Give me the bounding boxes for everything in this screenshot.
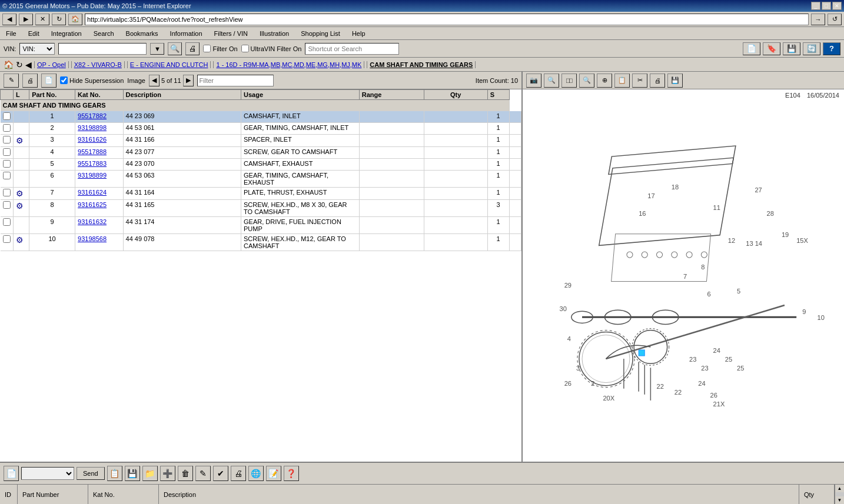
- img-tool-9[interactable]: 💾: [667, 74, 683, 88]
- img-tool-2[interactable]: 🔍: [544, 74, 559, 88]
- row-checkbox-cell[interactable]: [1, 111, 14, 123]
- part-number-link[interactable]: 93198568: [78, 235, 107, 242]
- send-button[interactable]: Send: [77, 467, 105, 480]
- menu-file[interactable]: File: [2, 29, 20, 38]
- row-checkbox-cell[interactable]: [1, 200, 14, 217]
- icon-btn-1[interactable]: 📄: [743, 42, 760, 55]
- row-part-cell[interactable]: 95517882: [75, 111, 123, 123]
- bt-check-btn[interactable]: ✔: [213, 466, 228, 481]
- bt-globe-btn[interactable]: 🌐: [248, 466, 264, 481]
- row-part-cell[interactable]: 93161624: [75, 188, 123, 200]
- filter-input[interactable]: [197, 75, 274, 86]
- row-checkbox-cell[interactable]: [1, 217, 14, 234]
- img-tool-3[interactable]: ⎕⎕: [561, 74, 577, 88]
- minimize-button[interactable]: _: [811, 2, 820, 10]
- back-bc-icon[interactable]: ◀: [25, 60, 32, 69]
- bt-help-btn[interactable]: ❓: [284, 466, 299, 481]
- row-part-cell[interactable]: 93161625: [75, 200, 123, 217]
- image-next-btn[interactable]: ▶: [183, 75, 194, 86]
- table-row[interactable]: 5 95517883 44 23 070 CAMSHAFT, EXHAUST 1: [1, 159, 521, 171]
- row-part-cell[interactable]: 95517888: [75, 147, 123, 159]
- part-number-link[interactable]: 95517883: [78, 160, 107, 167]
- row-checkbox[interactable]: [3, 136, 11, 143]
- bc-item-op[interactable]: OP - Opel: [34, 61, 69, 68]
- row-part-cell[interactable]: 93198568: [75, 234, 123, 251]
- help-icon-btn[interactable]: ?: [823, 42, 840, 55]
- footer-scroll-down[interactable]: ▼: [836, 496, 843, 504]
- table-row[interactable]: 6 93198899 44 53 063 GEAR, TIMING, CAMSH…: [1, 171, 521, 188]
- menu-bookmarks[interactable]: Bookmarks: [122, 29, 162, 38]
- hide-supersession-checkbox[interactable]: [60, 76, 68, 84]
- icon-btn-2[interactable]: 🔖: [763, 42, 780, 55]
- print-button[interactable]: 🖨: [185, 42, 200, 55]
- bt-doc-btn[interactable]: 📝: [266, 466, 281, 481]
- image-prev-btn[interactable]: ◀: [149, 75, 160, 86]
- row-checkbox-cell[interactable]: [1, 123, 14, 135]
- row-checkbox[interactable]: [3, 218, 11, 226]
- part-number-link[interactable]: 95517888: [78, 148, 107, 155]
- bt-delete-btn[interactable]: 🗑: [178, 466, 193, 481]
- menu-illustration[interactable]: Illustration: [256, 29, 293, 38]
- bc-item-engine[interactable]: E - ENGINE AND CLUTCH: [127, 61, 211, 68]
- vin-search-button[interactable]: 🔍: [168, 42, 182, 55]
- refresh-page-button[interactable]: ↺: [828, 14, 842, 25]
- bc-item-x82[interactable]: X82 - VIVARO-B: [71, 61, 125, 68]
- print-parts-btn[interactable]: 🖨: [22, 74, 38, 88]
- vin-dropdown-button[interactable]: ▼: [150, 43, 164, 55]
- table-row[interactable]: 4 95517888 44 23 077 SCREW, GEAR TO CAMS…: [1, 147, 521, 159]
- row-part-cell[interactable]: 93161632: [75, 217, 123, 234]
- table-row[interactable]: 9 93161632 44 31 174 GEAR, DRIVE, FUEL I…: [1, 217, 521, 234]
- row-checkbox[interactable]: [3, 189, 11, 196]
- bt-new-btn[interactable]: 📄: [4, 466, 19, 481]
- row-checkbox-cell[interactable]: [1, 234, 14, 251]
- address-input[interactable]: [85, 14, 809, 25]
- part-number-link[interactable]: 93161632: [78, 218, 107, 225]
- go-button[interactable]: →: [811, 14, 825, 25]
- edit-btn[interactable]: ✎: [4, 74, 19, 88]
- row-checkbox-cell[interactable]: [1, 171, 14, 188]
- row-checkbox-cell[interactable]: [1, 188, 14, 200]
- home-button[interactable]: 🏠: [68, 14, 82, 25]
- menu-information[interactable]: Information: [167, 29, 206, 38]
- status-select[interactable]: [21, 467, 74, 480]
- table-row[interactable]: ⚙ 7 93161624 44 31 164 PLATE, THRUST, EX…: [1, 188, 521, 200]
- part-number-link[interactable]: 95517882: [78, 112, 107, 119]
- img-tool-5[interactable]: ⊕: [597, 74, 612, 88]
- back-button[interactable]: ◀: [2, 14, 16, 25]
- row-checkbox[interactable]: [3, 148, 11, 156]
- menu-edit[interactable]: Edit: [25, 29, 43, 38]
- row-checkbox-cell[interactable]: [1, 159, 14, 171]
- row-checkbox[interactable]: [3, 201, 11, 209]
- part-number-link[interactable]: 93161625: [78, 201, 107, 208]
- home-bc-icon[interactable]: 🏠: [4, 60, 14, 69]
- table-row[interactable]: ⚙ 3 93161626 44 31 166 SPACER, INLET 1: [1, 135, 521, 147]
- img-tool-6[interactable]: 📋: [614, 74, 630, 88]
- menu-help[interactable]: Help: [348, 29, 369, 38]
- ultravinfilteron-checkbox[interactable]: [241, 45, 249, 52]
- table-row[interactable]: ⚙ 8 93161625 44 31 165 SCREW, HEX.HD., M…: [1, 200, 521, 217]
- bt-save-btn[interactable]: 💾: [125, 466, 140, 481]
- icon-btn-4[interactable]: 🔄: [803, 42, 820, 55]
- bc-item-16d[interactable]: 1 - 16D - R9M-MA,MB,MC,MD,ME,MG,MH,MJ,MK: [213, 61, 364, 68]
- img-tool-1[interactable]: 📷: [526, 74, 541, 88]
- row-checkbox[interactable]: [3, 112, 11, 120]
- row-part-cell[interactable]: 93161626: [75, 135, 123, 147]
- part-number-link[interactable]: 93198899: [78, 172, 107, 179]
- row-part-cell[interactable]: 93198898: [75, 123, 123, 135]
- row-checkbox-cell[interactable]: [1, 147, 14, 159]
- vin-input[interactable]: [58, 43, 147, 55]
- img-tool-8[interactable]: 🖨: [650, 74, 665, 88]
- bt-folder-btn[interactable]: 📁: [142, 466, 158, 481]
- close-button[interactable]: ✕: [832, 2, 842, 10]
- maximize-button[interactable]: □: [822, 2, 831, 10]
- img-tool-7[interactable]: ✂: [632, 74, 647, 88]
- bt-add-btn[interactable]: ➕: [160, 466, 175, 481]
- parts-table-container[interactable]: L Part No. Kat No. Description Usage Ran…: [0, 89, 521, 462]
- bt-edit-btn[interactable]: ✎: [195, 466, 211, 481]
- shortcut-input[interactable]: [305, 43, 399, 55]
- part-number-link[interactable]: 93161626: [78, 136, 107, 143]
- row-part-cell[interactable]: 93198899: [75, 171, 123, 188]
- vin-select[interactable]: VIN:: [19, 43, 55, 55]
- table-row[interactable]: ⚙ 10 93198568 44 49 078 SCREW, HEX.HD., …: [1, 234, 521, 251]
- ultravinfilteron-label[interactable]: UltraVIN Filter On: [241, 45, 302, 52]
